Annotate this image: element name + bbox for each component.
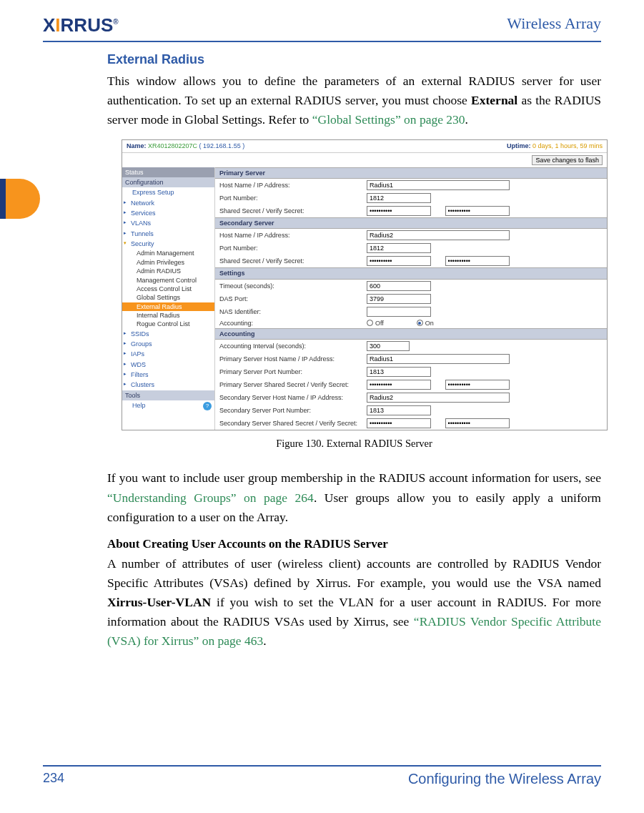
- nav-internal-radius[interactable]: Internal Radius: [122, 311, 214, 320]
- figure-caption: Figure 130. External RADIUS Server: [107, 438, 601, 450]
- input-timeout[interactable]: [367, 281, 431, 291]
- nav-groups[interactable]: Groups: [122, 339, 214, 349]
- section-accounting: Accounting: [215, 328, 607, 340]
- header-rule: [43, 41, 601, 42]
- label-accounting: Accounting:: [219, 320, 362, 327]
- section-secondary-server: Secondary Server: [215, 217, 607, 229]
- nav-global-settings[interactable]: Global Settings: [122, 293, 214, 302]
- section-heading: External Radius: [107, 52, 601, 67]
- section-settings: Settings: [215, 267, 607, 279]
- input-nas-identifier[interactable]: [367, 307, 431, 317]
- label-host-2: Host Name / IP Address:: [219, 232, 362, 239]
- input-primary-port[interactable]: [367, 193, 431, 203]
- doc-title: Wireless Array: [507, 14, 601, 33]
- help-icon[interactable]: ?: [203, 402, 212, 410]
- tab-indicator-icon: [0, 179, 40, 219]
- vsa-paragraph: A number of attributes of user (wireless…: [107, 554, 601, 651]
- nav-wds[interactable]: WDS: [122, 360, 214, 370]
- nav-admin-privileges[interactable]: Admin Privileges: [122, 258, 214, 267]
- figure-screenshot: Name: XR4012802207C ( 192.168.1.55 ) Upt…: [122, 139, 608, 430]
- nav-vlans[interactable]: VLANs: [122, 218, 214, 228]
- link-global-settings[interactable]: “Global Settings” on page 230: [312, 112, 465, 127]
- input-secondary-port[interactable]: [367, 243, 431, 253]
- label-acct-p-port: Primary Server Port Number:: [219, 368, 362, 375]
- uptime-value: 0 days, 1 hours, 59 mins: [532, 142, 603, 149]
- input-secondary-secret[interactable]: [367, 256, 431, 266]
- nav-access-control-list[interactable]: Access Control List: [122, 285, 214, 293]
- label-acct-interval: Accounting Interval (seconds):: [219, 343, 362, 350]
- label-acct-s-port: Secondary Server Port Number:: [219, 407, 362, 414]
- intro-paragraph: This window allows you to define the par…: [107, 72, 601, 129]
- label-acct-s-host: Secondary Server Host Name / IP Address:: [219, 394, 362, 401]
- nav-management-control[interactable]: Management Control: [122, 276, 214, 285]
- link-understanding-groups[interactable]: “Understanding Groups” on page 264: [107, 491, 314, 505]
- input-acct-p-port[interactable]: [367, 367, 431, 377]
- logo: XIRRUS®: [43, 14, 119, 36]
- nav-security[interactable]: Security: [122, 239, 214, 249]
- footer-title: Configuring the Wireless Array: [408, 771, 601, 787]
- input-acct-s-verify[interactable]: [445, 418, 510, 428]
- nav-ssids[interactable]: SSIDs: [122, 329, 214, 339]
- input-primary-secret[interactable]: [367, 206, 431, 216]
- nav-tools[interactable]: Tools: [122, 390, 214, 400]
- input-secondary-verify[interactable]: [445, 256, 510, 266]
- label-port: Port Number:: [219, 194, 362, 202]
- name-label: Name:: [127, 142, 148, 149]
- page-number: 234: [43, 771, 64, 787]
- nav-clusters[interactable]: Clusters: [122, 380, 214, 390]
- input-secondary-host[interactable]: [367, 230, 510, 240]
- uptime-label: Uptime:: [507, 142, 532, 149]
- label-port-2: Port Number:: [219, 245, 362, 252]
- nav-network[interactable]: Network: [122, 198, 214, 208]
- nav-status[interactable]: Status: [122, 167, 214, 177]
- nav-sidebar: Status Configuration Express Setup Netwo…: [122, 167, 215, 430]
- label-acct-p-host: Primary Server Host Name / IP Address:: [219, 355, 362, 363]
- nav-iaps[interactable]: IAPs: [122, 349, 214, 359]
- nav-admin-management[interactable]: Admin Management: [122, 249, 214, 257]
- label-acct-s-secret: Secondary Server Shared Secret / Verify …: [219, 420, 362, 427]
- input-acct-interval[interactable]: [367, 341, 410, 351]
- input-acct-s-secret[interactable]: [367, 418, 431, 428]
- section-primary-server: Primary Server: [215, 167, 607, 179]
- footer-rule: [43, 765, 601, 767]
- label-acct-p-secret: Primary Server Shared Secret / Verify Se…: [219, 381, 362, 388]
- input-das-port[interactable]: [367, 294, 431, 304]
- label-secret-2: Shared Secret / Verify Secret:: [219, 257, 362, 265]
- input-acct-p-secret[interactable]: [367, 380, 431, 390]
- groups-paragraph: If you want to include user group member…: [107, 468, 601, 526]
- nav-admin-radius[interactable]: Admin RADIUS: [122, 267, 214, 275]
- nav-filters[interactable]: Filters: [122, 370, 214, 380]
- input-acct-s-host[interactable]: [367, 393, 510, 403]
- label-timeout: Timeout (seconds):: [219, 282, 362, 290]
- name-ip: ( 192.168.1.55 ): [199, 142, 245, 149]
- label-das: DAS Port:: [219, 295, 362, 302]
- label-secret: Shared Secret / Verify Secret:: [219, 207, 362, 215]
- nav-services[interactable]: Services: [122, 208, 214, 218]
- nav-configuration[interactable]: Configuration: [122, 177, 214, 187]
- input-acct-p-verify[interactable]: [445, 380, 510, 390]
- nav-help[interactable]: Help?: [122, 400, 214, 412]
- save-button[interactable]: Save changes to flash: [532, 155, 603, 165]
- label-host: Host Name / IP Address:: [219, 182, 362, 189]
- input-acct-s-port[interactable]: [367, 405, 431, 415]
- input-acct-p-host[interactable]: [367, 354, 510, 364]
- nav-express-setup[interactable]: Express Setup: [122, 187, 214, 197]
- radio-accounting-on[interactable]: On: [417, 320, 434, 327]
- name-value: XR4012802207C: [148, 142, 197, 149]
- input-primary-verify[interactable]: [445, 206, 510, 216]
- nav-rogue-control-list[interactable]: Rogue Control List: [122, 320, 214, 328]
- radio-accounting-off[interactable]: Off: [367, 320, 384, 327]
- input-primary-host[interactable]: [367, 180, 510, 190]
- label-nas: NAS Identifier:: [219, 308, 362, 315]
- nav-tunnels[interactable]: Tunnels: [122, 229, 214, 239]
- nav-external-radius[interactable]: External Radius: [122, 302, 214, 311]
- subsection-heading: About Creating User Accounts on the RADI…: [107, 537, 601, 551]
